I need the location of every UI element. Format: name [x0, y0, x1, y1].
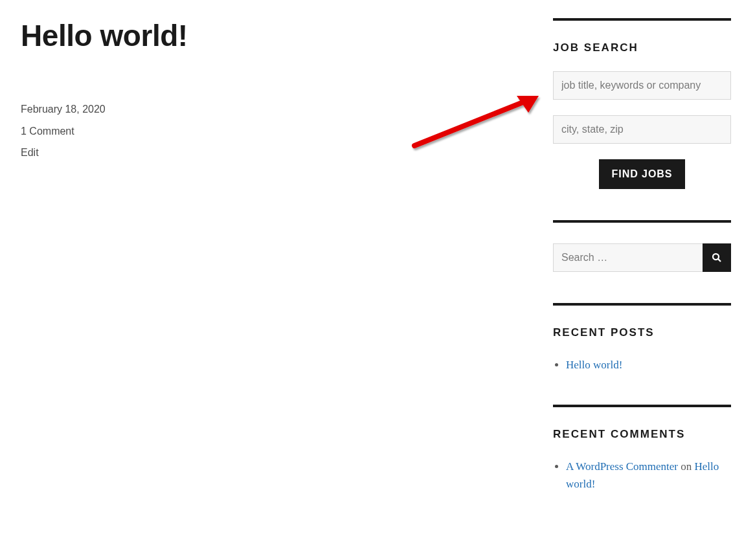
recent-posts-title: RECENT POSTS [553, 326, 731, 339]
recent-comments-widget: RECENT COMMENTS A WordPress Commenter on… [553, 405, 731, 493]
svg-line-1 [718, 259, 721, 262]
job-search-widget: JOB SEARCH FIND JOBS [553, 18, 731, 189]
post-comments-link[interactable]: 1 Comment [21, 126, 74, 137]
list-item: Hello world! [566, 356, 731, 374]
job-search-title: JOB SEARCH [553, 41, 731, 54]
post-date-link[interactable]: February 18, 2020 [21, 104, 106, 115]
search-icon [711, 252, 723, 263]
post-title: Hello world! [21, 18, 514, 53]
job-location-input[interactable] [553, 115, 731, 144]
post-meta: February 18, 2020 1 Comment Edit [21, 98, 514, 164]
job-keyword-input[interactable] [553, 71, 731, 100]
search-widget [553, 220, 731, 272]
main-content: Hello world! February 18, 2020 1 Comment… [21, 18, 553, 547]
comment-on-text: on [678, 460, 695, 473]
recent-posts-list: Hello world! [553, 356, 731, 374]
comment-author-link[interactable]: A WordPress Commenter [566, 460, 678, 473]
recent-posts-widget: RECENT POSTS Hello world! [553, 303, 731, 374]
list-item: A WordPress Commenter on Hello world! [566, 458, 731, 493]
sidebar: JOB SEARCH FIND JOBS RECENT POSTS Hel [553, 18, 731, 547]
recent-post-link[interactable]: Hello world! [566, 359, 622, 371]
recent-comments-title: RECENT COMMENTS [553, 428, 731, 441]
search-input[interactable] [553, 243, 703, 272]
recent-comments-list: A WordPress Commenter on Hello world! [553, 458, 731, 493]
post-edit-link[interactable]: Edit [21, 147, 39, 158]
svg-point-0 [713, 254, 719, 260]
find-jobs-button[interactable]: FIND JOBS [599, 159, 686, 189]
search-button[interactable] [703, 243, 731, 272]
